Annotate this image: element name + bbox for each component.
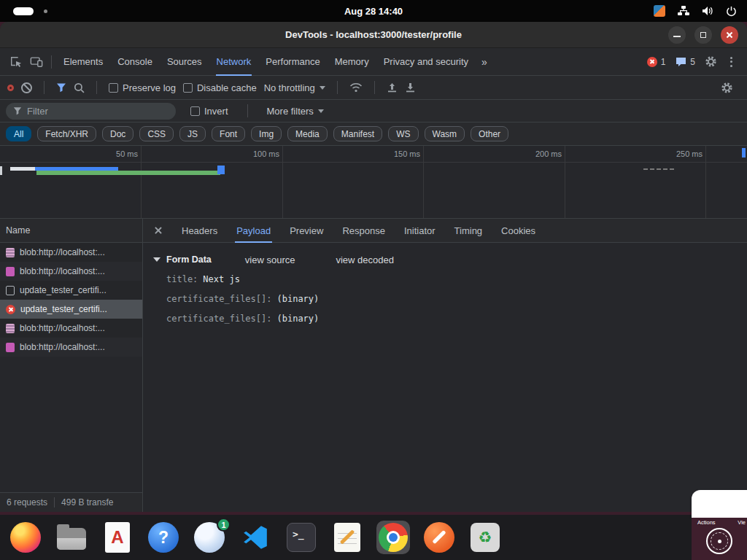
close-button[interactable]	[721, 26, 738, 44]
filter-box[interactable]	[6, 103, 176, 120]
invert-checkbox[interactable]	[190, 106, 200, 116]
record-button[interactable]	[7, 85, 14, 91]
tab-cookies[interactable]: Cookies	[501, 219, 535, 243]
pending-request-dashes	[643, 168, 674, 170]
actions-label: Actions	[697, 519, 716, 526]
details-tabbar: Headers Payload Preview Response Initiat…	[143, 219, 747, 243]
disable-cache-control[interactable]: Disable cache	[183, 82, 257, 93]
search-icon[interactable]	[74, 82, 85, 93]
device-toolbar-icon[interactable]	[26, 52, 47, 72]
tab-headers[interactable]: Headers	[182, 219, 217, 243]
more-filters-dropdown[interactable]: More filters	[267, 106, 324, 117]
text-editor-icon[interactable]	[330, 521, 364, 554]
tab-timing[interactable]: Timing	[454, 219, 483, 243]
chip-fetch-xhr[interactable]: Fetch/XHR	[37, 126, 96, 141]
request-row-selected[interactable]: update_tester_certifi...	[0, 300, 142, 319]
chip-other[interactable]: Other	[471, 126, 508, 141]
kebab-menu-icon[interactable]	[721, 52, 741, 72]
inspect-element-icon[interactable]	[6, 52, 26, 72]
request-row[interactable]: update_tester_certifi...	[0, 281, 142, 300]
preserve-log-label: Preserve log	[123, 82, 176, 93]
network-conditions-icon[interactable]	[349, 82, 363, 93]
view-decoded-link[interactable]: view decoded	[336, 254, 394, 265]
name-column-header[interactable]: Name	[0, 219, 142, 243]
preserve-log-control[interactable]: Preserve log	[109, 82, 176, 93]
minimize-button[interactable]	[668, 26, 686, 44]
files-icon[interactable]	[55, 521, 88, 554]
tab-initiator[interactable]: Initiator	[404, 219, 436, 243]
tab-privacy-security[interactable]: Privacy and security	[376, 48, 476, 76]
filter-input[interactable]	[27, 106, 169, 117]
filter-row: Invert More filters	[0, 100, 747, 122]
import-har-icon[interactable]	[387, 82, 398, 93]
issues-bubble-icon	[676, 57, 686, 67]
divider	[96, 81, 97, 94]
issues-counter[interactable]: 5	[670, 57, 700, 67]
terminal-icon[interactable]: >_	[285, 521, 318, 554]
vscode-icon[interactable]	[239, 521, 272, 554]
chip-doc[interactable]: Doc	[102, 126, 133, 141]
request-type-chips: All Fetch/XHR Doc CSS JS Font Img Media …	[0, 122, 747, 146]
network-status-bar: 6 requests 499 B transfe	[0, 492, 142, 512]
export-har-icon[interactable]	[405, 82, 416, 93]
request-row[interactable]: blob:http://localhost:...	[0, 319, 142, 338]
network-overview[interactable]: 50 ms 100 ms 150 ms 200 ms 250 ms	[0, 146, 747, 219]
chip-js[interactable]: JS	[179, 126, 206, 141]
chip-manifest[interactable]: Manifest	[333, 126, 382, 141]
divider	[44, 81, 44, 94]
pen-tool-icon[interactable]	[422, 521, 456, 554]
tab-memory[interactable]: Memory	[328, 48, 376, 76]
maximize-button[interactable]	[694, 26, 712, 44]
window-titlebar[interactable]: DevTools - localhost:3000/tester/profile	[0, 22, 747, 48]
chip-all[interactable]: All	[6, 126, 31, 141]
app-indicator-icon[interactable]	[654, 5, 665, 17]
chip-css[interactable]: CSS	[139, 126, 174, 141]
more-filters-label: More filters	[267, 106, 314, 117]
libreoffice-icon[interactable]: A	[101, 521, 134, 554]
trash-icon[interactable]: ♻	[468, 521, 502, 554]
volume-icon[interactable]	[702, 6, 713, 16]
chip-font[interactable]: Font	[212, 126, 245, 141]
chip-ws[interactable]: WS	[388, 126, 418, 141]
help-icon[interactable]: ?	[147, 521, 180, 554]
chrome-icon[interactable]	[376, 521, 410, 554]
network-settings-gear-icon[interactable]	[716, 77, 737, 98]
error-counter[interactable]: 1	[642, 57, 671, 67]
chip-media[interactable]: Media	[287, 126, 328, 141]
tab-network[interactable]: Network	[209, 48, 259, 76]
request-row[interactable]: blob:http://localhost:...	[0, 243, 142, 262]
firefox-icon[interactable]	[9, 521, 42, 554]
payload-content: Form Data view source view decoded title…	[143, 243, 747, 512]
record-indicator-icon[interactable]	[706, 528, 732, 554]
clock[interactable]: Aug 28 14:40	[0, 6, 747, 17]
settings-gear-icon[interactable]	[700, 52, 721, 72]
software-updater-icon[interactable]: 1	[193, 521, 226, 554]
invert-control[interactable]: Invert	[190, 106, 228, 117]
tab-sources[interactable]: Sources	[160, 48, 209, 76]
filter-toggle-icon[interactable]	[56, 82, 66, 93]
tab-performance[interactable]: Performance	[258, 48, 327, 76]
power-icon[interactable]	[726, 6, 737, 17]
chip-img[interactable]: Img	[251, 126, 282, 141]
chip-wasm[interactable]: Wasm	[425, 126, 465, 141]
disclosure-triangle-icon[interactable]	[153, 257, 160, 262]
clear-log-button[interactable]	[21, 82, 32, 93]
close-details-icon[interactable]	[153, 226, 163, 236]
screencast-card[interactable]	[692, 490, 747, 518]
devtools-window: DevTools - localhost:3000/tester/profile…	[0, 22, 747, 512]
divider	[54, 497, 55, 508]
more-tabs-chevron[interactable]: »	[476, 48, 493, 76]
request-row[interactable]: blob:http://localhost:...	[0, 338, 142, 357]
tab-payload[interactable]: Payload	[236, 219, 271, 243]
view-source-link[interactable]: view source	[245, 254, 295, 265]
tab-response[interactable]: Response	[342, 219, 385, 243]
tab-elements[interactable]: Elements	[56, 48, 110, 76]
disable-cache-checkbox[interactable]	[183, 83, 193, 93]
network-panel-body: Name blob:http://localhost:... blob:http…	[0, 219, 747, 512]
tab-preview[interactable]: Preview	[290, 219, 323, 243]
preserve-log-checkbox[interactable]	[109, 83, 118, 93]
request-row[interactable]: blob:http://localhost:...	[0, 262, 142, 281]
tab-console[interactable]: Console	[110, 48, 160, 76]
network-tray-icon[interactable]	[678, 6, 689, 16]
throttling-select[interactable]: No throttling	[264, 82, 325, 93]
